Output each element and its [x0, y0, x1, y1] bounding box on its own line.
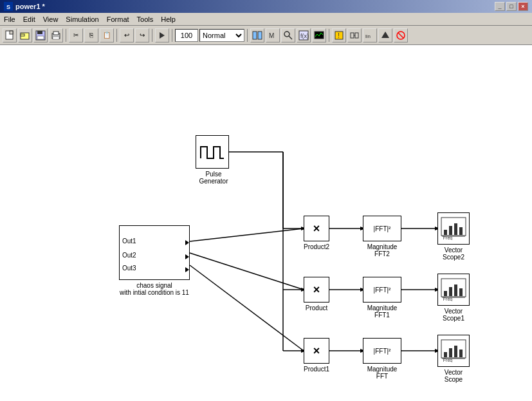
svg-rect-70: [444, 352, 447, 357]
magnitude-fft2-block[interactable]: |FFT|²: [363, 216, 401, 241]
new-button[interactable]: [3, 28, 17, 42]
cut-button[interactable]: ✂: [69, 28, 83, 42]
magnitude-fft-block[interactable]: |FFT|²: [363, 338, 401, 364]
connect-button[interactable]: [347, 28, 362, 42]
redo-button[interactable]: ↪: [135, 28, 149, 42]
svg-rect-7: [37, 31, 42, 34]
menu-format[interactable]: Format: [103, 14, 133, 24]
svg-rect-72: [454, 346, 457, 357]
param-button[interactable]: M: [266, 28, 280, 42]
svg-text:Freq: Freq: [443, 358, 453, 362]
minimize-button[interactable]: _: [495, 2, 505, 11]
svg-text:M: M: [269, 32, 274, 39]
sep2: [116, 29, 117, 42]
magnitude-fft-label: MagnitudeFFT: [359, 366, 405, 380]
svg-rect-56: [444, 230, 447, 235]
debug-button[interactable]: !: [332, 28, 346, 42]
menu-tools[interactable]: Tools: [133, 14, 158, 24]
vector-scope2-block[interactable]: Freq: [437, 212, 470, 245]
svg-rect-54: [199, 141, 226, 163]
canvas: Pulse Generator Out1 Out2 Out3 chaos sig…: [0, 45, 532, 401]
menubar: File Edit View Simulation Format Tools H…: [0, 13, 532, 26]
svg-rect-58: [454, 223, 457, 235]
pulse-generator-block[interactable]: [196, 135, 229, 169]
product-label: Product: [304, 304, 329, 312]
product1-block[interactable]: ×: [304, 338, 329, 364]
chaos-signal-block[interactable]: Out1 Out2 Out3 chaos signalwith intial c…: [119, 225, 196, 280]
app-icon: S: [4, 2, 13, 11]
svg-text:Freq: Freq: [443, 236, 453, 240]
svg-rect-65: [454, 284, 457, 296]
svg-rect-20: [315, 32, 324, 39]
vector-scope1-block[interactable]: Freq: [437, 274, 470, 306]
toolbar: ✂ ⎘ 📋 ↩ ↪ Normal Accelerator Rapid Accel…: [0, 26, 532, 45]
menu-edit[interactable]: Edit: [19, 14, 39, 24]
sim-mode-select[interactable]: Normal Accelerator Rapid Accelerator: [199, 29, 244, 42]
menu-help[interactable]: Help: [157, 14, 179, 24]
svg-rect-23: [351, 33, 354, 38]
svg-rect-63: [444, 291, 447, 296]
magnitude-fft1-block[interactable]: |FFT|²: [363, 277, 401, 303]
svg-line-33: [190, 228, 304, 241]
save-button[interactable]: [33, 28, 48, 42]
pulse-generator-label: Pulse Generator: [191, 171, 236, 185]
svg-line-29: [398, 33, 403, 38]
maximize-button[interactable]: □: [506, 2, 517, 11]
paste-button[interactable]: 📋: [100, 28, 114, 42]
svg-line-34: [190, 253, 304, 290]
svg-rect-8: [37, 36, 44, 39]
product-block[interactable]: ×: [304, 277, 329, 303]
open-button[interactable]: [18, 28, 32, 42]
sep1: [66, 29, 66, 42]
svg-rect-14: [258, 32, 262, 39]
scope-button[interactable]: [312, 28, 326, 42]
svg-rect-10: [53, 32, 59, 35]
sep3: [152, 29, 152, 42]
model-button[interactable]: f(x): [297, 28, 311, 42]
menu-simulation[interactable]: Simulation: [62, 14, 102, 24]
out1-label: Out1: [122, 238, 136, 245]
window-title: power1 *: [15, 3, 45, 10]
sep6: [329, 29, 329, 42]
titlebar: S power1 * _ □ ×: [0, 0, 532, 13]
svg-rect-66: [459, 288, 463, 296]
svg-rect-3: [10, 31, 13, 34]
svg-rect-5: [21, 34, 24, 36]
library-button[interactable]: [250, 28, 264, 42]
explore-button[interactable]: [281, 28, 295, 42]
svg-rect-73: [459, 350, 463, 357]
vector-scope1-label: VectorScope1: [434, 308, 473, 322]
sep5: [247, 29, 248, 42]
up-button[interactable]: [378, 28, 392, 42]
sim-time-input[interactable]: [175, 29, 198, 42]
close-button[interactable]: ×: [518, 2, 528, 11]
print-button[interactable]: [49, 28, 63, 42]
svg-text:Freq: Freq: [443, 297, 453, 301]
play-button[interactable]: [155, 28, 169, 42]
vector-scope-block[interactable]: Freq: [437, 335, 470, 367]
copy-button[interactable]: ⎘: [84, 28, 98, 42]
menu-view[interactable]: View: [39, 14, 62, 24]
out3-label: Out3: [122, 265, 136, 272]
svg-rect-71: [449, 348, 452, 357]
svg-text:f(x): f(x): [300, 33, 309, 39]
vector-scope-label: VectorScope: [434, 369, 473, 383]
magnitude-fft2-label: MagnitudeFFT2: [359, 243, 405, 257]
svg-text:lin: lin: [365, 33, 371, 39]
vector-scope2-label: VectorScope2: [434, 247, 473, 261]
svg-rect-59: [459, 227, 463, 235]
stop-circle-button[interactable]: [394, 28, 408, 42]
window-controls: _ □ ×: [495, 2, 528, 11]
svg-rect-24: [355, 33, 358, 38]
undo-button[interactable]: ↩: [120, 28, 134, 42]
svg-rect-11: [53, 37, 59, 39]
lin-button[interactable]: lin: [363, 28, 377, 42]
magnitude-fft1-label: MagnitudeFFT1: [359, 304, 405, 319]
svg-text:!: !: [338, 32, 340, 39]
svg-line-17: [289, 36, 292, 39]
menu-file[interactable]: File: [0, 14, 19, 24]
product1-label: Product1: [304, 366, 329, 373]
product2-label: Product2: [304, 243, 329, 250]
product2-block[interactable]: ×: [304, 216, 329, 241]
out2-label: Out2: [122, 252, 136, 259]
